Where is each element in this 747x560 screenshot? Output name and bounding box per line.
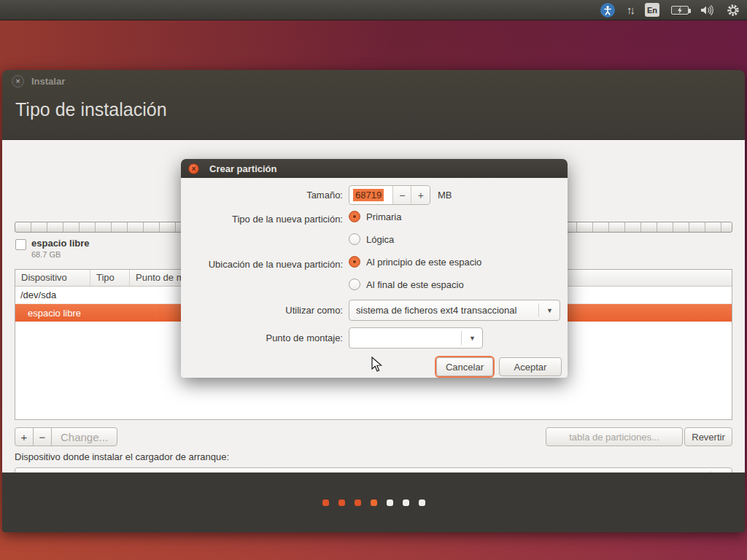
partition-toolbar: + − Change... xyxy=(15,427,117,446)
progress-dot xyxy=(403,499,409,506)
partition-legend: espacio libre 68.7 GB xyxy=(15,238,89,259)
bootloader-label: Dispositivo donde instalar el cargador d… xyxy=(15,451,229,462)
progress-dot xyxy=(322,499,329,506)
radio-label: Lógica xyxy=(366,234,394,245)
progress-dot xyxy=(387,499,393,506)
dialog-titlebar: × Crear partición xyxy=(181,159,568,178)
progress-dots xyxy=(322,499,425,506)
column-header-type[interactable]: Tipo xyxy=(90,270,130,286)
window-titlebar: × Instalar xyxy=(2,70,745,92)
radio-label: Primaria xyxy=(366,211,401,222)
volume-icon[interactable] xyxy=(700,2,715,18)
mount-point-combo[interactable]: ▼ xyxy=(349,327,483,349)
size-input[interactable]: 68719 xyxy=(349,186,392,204)
size-spinbutton[interactable]: 68719 − + xyxy=(349,185,430,205)
radio-option-beginning[interactable]: Al principio de este espacio xyxy=(349,256,481,268)
keyboard-layout-indicator[interactable]: En xyxy=(645,3,659,17)
chevron-down-icon: ▼ xyxy=(469,335,476,342)
page-title: Tipo de instalación xyxy=(15,99,167,120)
mouse-cursor xyxy=(371,357,385,376)
radio-selected-icon[interactable] xyxy=(349,211,360,222)
progress-dot xyxy=(419,499,425,506)
change-partition-button[interactable]: Change... xyxy=(51,427,117,446)
session-gear-icon[interactable] xyxy=(727,2,740,18)
window-title: Instalar xyxy=(31,76,65,87)
legend-label: espacio libre xyxy=(31,238,89,249)
cancel-button[interactable]: Cancelar xyxy=(436,357,493,376)
new-partition-table-button[interactable]: tabla de particiones... xyxy=(546,427,683,446)
radio-option-primary[interactable]: Primaria xyxy=(349,211,401,222)
accessibility-icon[interactable] xyxy=(600,2,615,18)
add-partition-button[interactable]: + xyxy=(15,427,34,446)
network-indicator-icon[interactable]: ↑↓ xyxy=(627,2,633,18)
radio-option-end[interactable]: Al final de este espacio xyxy=(349,279,464,290)
radio-label: Al final de este espacio xyxy=(366,279,464,290)
column-header-device[interactable]: Dispositivo xyxy=(15,270,90,286)
revert-button[interactable]: Revertir xyxy=(684,427,732,446)
system-menubar: ↑↓ En xyxy=(0,0,747,20)
radio-unselected-icon[interactable] xyxy=(349,279,360,290)
chevron-down-icon: ▼ xyxy=(546,307,553,314)
battery-icon[interactable] xyxy=(671,2,689,18)
spin-minus-button[interactable]: − xyxy=(392,186,411,204)
use-as-value: sistema de ficheros ext4 transaccional xyxy=(356,305,516,316)
create-partition-dialog: × Crear partición Tamaño: 68719 − + MB T… xyxy=(181,159,568,378)
progress-dot xyxy=(338,499,345,506)
mount-point-label: Punto de montaje: xyxy=(181,332,343,343)
size-unit-label: MB xyxy=(438,190,452,201)
use-as-select[interactable]: sistema de ficheros ext4 transaccional ▼ xyxy=(349,300,560,321)
installer-footer xyxy=(2,472,745,532)
size-label: Tamaño: xyxy=(181,190,343,201)
progress-dot xyxy=(371,499,377,506)
legend-checkbox[interactable] xyxy=(15,239,26,250)
partition-location-label: Ubicación de la nueva partición: xyxy=(181,259,343,270)
radio-selected-icon[interactable] xyxy=(349,256,360,268)
combo-separator xyxy=(538,303,539,317)
spin-plus-button[interactable]: + xyxy=(411,186,430,204)
accept-button[interactable]: Aceptar xyxy=(499,357,562,376)
legend-size: 68.7 GB xyxy=(31,250,89,259)
dialog-close-button[interactable]: × xyxy=(188,163,199,174)
dialog-title: Crear partición xyxy=(209,163,276,174)
window-header: × Instalar Tipo de instalación xyxy=(2,70,745,140)
remove-partition-button[interactable]: − xyxy=(33,427,52,446)
combo-separator xyxy=(461,331,462,345)
use-as-label: Utilizar como: xyxy=(181,305,343,316)
radio-unselected-icon[interactable] xyxy=(349,233,360,245)
radio-label: Al principio de este espacio xyxy=(366,257,481,268)
window-close-button[interactable]: × xyxy=(12,75,24,88)
progress-dot xyxy=(355,499,361,506)
desktop: ↑↓ En × Instalar Tipo de instalación esp… xyxy=(0,0,747,560)
partition-type-label: Tipo de la nueva partición: xyxy=(181,214,343,225)
radio-option-logical[interactable]: Lógica xyxy=(349,233,394,245)
